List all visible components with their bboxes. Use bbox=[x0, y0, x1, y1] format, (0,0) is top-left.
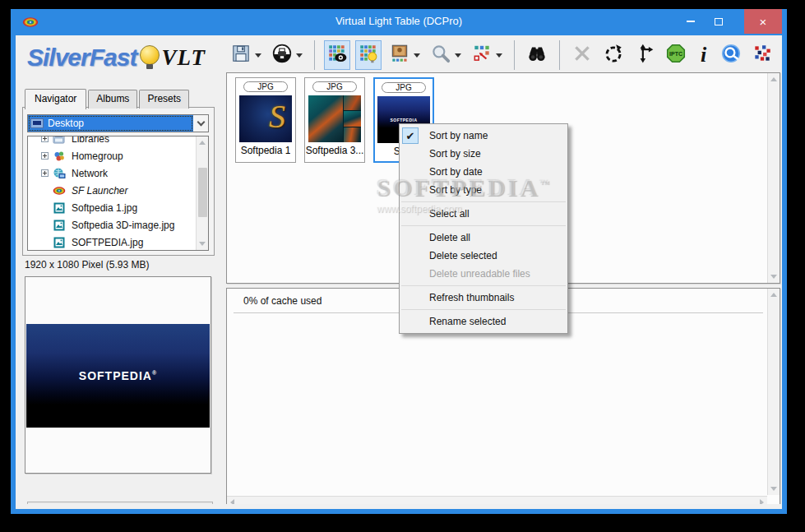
dropdown-arrow-button[interactable] bbox=[193, 115, 208, 132]
maximize-button[interactable] bbox=[706, 9, 731, 34]
registered-icon: ® bbox=[152, 370, 157, 376]
overview-grid-button[interactable] bbox=[324, 40, 350, 70]
tree-item-network[interactable]: Network bbox=[28, 164, 195, 182]
expand-plus-icon[interactable] bbox=[41, 136, 49, 142]
silverfast-button[interactable] bbox=[780, 40, 782, 70]
transform-button[interactable] bbox=[632, 40, 658, 70]
cache-hscrollbar[interactable] bbox=[227, 496, 767, 504]
toolbar-separator bbox=[559, 40, 560, 70]
dropdown-arrow-icon[interactable] bbox=[455, 53, 461, 58]
tab-albums[interactable]: Albums bbox=[88, 90, 137, 109]
thumbnail-image bbox=[308, 95, 361, 142]
tree-item-softpedia-1[interactable]: Softpedia 1.jpg bbox=[28, 199, 195, 216]
menu-item-sort-by-size[interactable]: Sort by size bbox=[400, 145, 567, 163]
menu-item-delete-all[interactable]: Delete all bbox=[400, 229, 567, 247]
libraries-icon bbox=[53, 136, 67, 146]
search-button[interactable] bbox=[524, 40, 550, 70]
sidebar-tabs: Navigator Albums Presets bbox=[25, 90, 191, 109]
menu-item-delete-unreadable: Delete unreadable files bbox=[400, 265, 567, 283]
scrollbar-thumb[interactable] bbox=[198, 168, 207, 217]
dropdown-arrow-icon[interactable] bbox=[255, 53, 261, 58]
menu-item-refresh-thumbnails[interactable]: Refresh thumbnails bbox=[400, 289, 567, 307]
scroll-down-icon[interactable] bbox=[770, 275, 777, 279]
tree-item-softpedia-3d[interactable]: Softpedia 3D-image.jpg bbox=[28, 216, 195, 234]
scroll-left-icon[interactable] bbox=[230, 499, 234, 504]
dropdown-arrow-icon[interactable] bbox=[414, 53, 420, 58]
menu-item-select-all[interactable]: Select all bbox=[400, 205, 567, 223]
scroll-up-icon[interactable] bbox=[770, 77, 777, 81]
delete-x-icon bbox=[571, 43, 593, 67]
close-icon: × bbox=[760, 15, 767, 29]
arrange-button[interactable] bbox=[469, 40, 505, 70]
window-title: Virtual Light Table (DCPro) bbox=[16, 15, 782, 27]
close-button[interactable]: × bbox=[744, 9, 782, 34]
scroll-up-icon[interactable] bbox=[199, 141, 206, 145]
quicktime-icon bbox=[720, 43, 742, 67]
tab-presets[interactable]: Presets bbox=[139, 90, 189, 109]
image-window-button[interactable] bbox=[386, 40, 423, 70]
menu-separator bbox=[401, 285, 566, 286]
thumbnail-softpedia-3d[interactable]: JPG Softpedia 3... bbox=[304, 77, 365, 163]
save-icon bbox=[230, 43, 252, 67]
tree-label: SOFTPEDIA.jpg bbox=[72, 237, 143, 248]
chevron-down-icon bbox=[197, 118, 205, 127]
info-icon: i bbox=[696, 44, 710, 66]
tree-item-homegroup[interactable]: Homegroup bbox=[28, 147, 195, 164]
image-window-icon bbox=[389, 43, 410, 67]
scroll-down-icon[interactable] bbox=[770, 487, 777, 491]
tree-item-sf-launcher[interactable]: SF Launcher bbox=[28, 182, 195, 199]
info-button[interactable]: i bbox=[694, 42, 713, 68]
cache-vscrollbar[interactable] bbox=[767, 289, 780, 495]
dropdown-arrow-icon[interactable] bbox=[296, 53, 303, 58]
tree-label: Homegroup bbox=[72, 150, 123, 162]
checkmark-icon: ✔ bbox=[402, 127, 419, 144]
scroll-up-icon[interactable] bbox=[770, 293, 777, 297]
zoom-button[interactable] bbox=[428, 40, 464, 70]
menu-item-rename-selected[interactable]: Rename selected bbox=[400, 312, 567, 331]
sidebar-bottom-box bbox=[27, 502, 213, 504]
location-dropdown[interactable]: Desktop bbox=[27, 114, 209, 132]
image-file-icon bbox=[53, 236, 67, 249]
image-file-icon bbox=[53, 219, 67, 232]
logo-silverfast-text: SilverFast bbox=[27, 44, 136, 72]
lighttable-grid-button[interactable] bbox=[355, 40, 382, 70]
scroll-down-icon[interactable] bbox=[199, 242, 206, 246]
tree-label: Softpedia 1.jpg bbox=[72, 202, 137, 214]
menu-item-sort-by-date[interactable]: Sort by date bbox=[400, 163, 567, 181]
lighttable-grid-bulb-icon bbox=[358, 43, 379, 67]
print-icon bbox=[271, 43, 293, 67]
format-badge: JPG bbox=[382, 82, 426, 93]
expand-plus-icon[interactable] bbox=[41, 169, 49, 177]
lightbulb-icon bbox=[140, 45, 160, 70]
save-button[interactable] bbox=[228, 40, 264, 70]
lighttable-scrollbar[interactable] bbox=[767, 73, 780, 283]
tree-item-softpedia-jpg[interactable]: SOFTPEDIA.jpg bbox=[28, 234, 195, 251]
menu-item-sort-by-name[interactable]: ✔ Sort by name bbox=[400, 127, 567, 145]
iptc-icon: IPTC bbox=[665, 43, 687, 67]
expand-plus-icon[interactable] bbox=[41, 152, 49, 160]
context-menu: ✔ Sort by name Sort by size Sort by date… bbox=[399, 123, 568, 334]
tree-item-libraries[interactable]: Libraries bbox=[28, 136, 195, 147]
rotate-button[interactable] bbox=[600, 40, 627, 70]
iptc-button[interactable]: IPTC bbox=[663, 40, 689, 70]
search-binoculars-icon bbox=[526, 43, 548, 67]
dropdown-arrow-icon[interactable] bbox=[496, 53, 502, 58]
tab-navigator[interactable]: Navigator bbox=[25, 89, 86, 109]
maximize-icon bbox=[715, 18, 723, 25]
thumbnail-softpedia-1[interactable]: JPG S Softpedia 1 bbox=[235, 77, 296, 163]
pixel-tools-button[interactable] bbox=[749, 40, 775, 70]
scroll-right-icon[interactable] bbox=[760, 499, 764, 504]
menu-item-delete-selected[interactable]: Delete selected bbox=[400, 247, 567, 265]
tree-scrollbar[interactable] bbox=[196, 136, 208, 250]
desktop-icon bbox=[30, 118, 44, 128]
print-button[interactable] bbox=[269, 40, 305, 70]
minimize-icon bbox=[687, 21, 695, 22]
thumbnail-art: S bbox=[269, 99, 285, 135]
quicktime-button[interactable] bbox=[718, 40, 744, 70]
title-bar: Virtual Light Table (DCPro) × bbox=[16, 9, 782, 35]
menu-item-sort-by-type[interactable]: Sort by type bbox=[400, 181, 567, 199]
format-badge: JPG bbox=[312, 81, 357, 92]
toolbar-separator bbox=[514, 40, 515, 70]
silverfast-logo: SilverFast VLT bbox=[27, 44, 206, 72]
minimize-button[interactable] bbox=[678, 9, 703, 34]
